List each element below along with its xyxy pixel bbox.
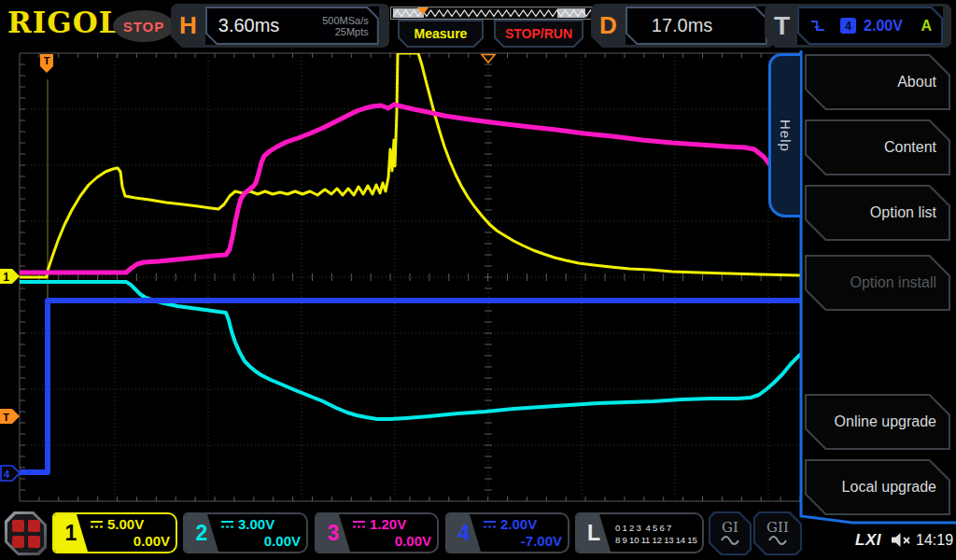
clock: 14:19 [916,532,953,549]
horizontal-label: H [171,11,205,40]
menu-item-label: Online upgrade [807,396,949,448]
measure-button[interactable]: Measure [398,20,484,48]
measure-button-label: Measure [400,21,482,46]
grid-icon [7,514,44,553]
tab-help-label: Help [778,119,794,152]
waveform-display: T 1 T 4 [0,51,805,509]
menu-item-label: Option list [807,187,949,239]
logic-tab[interactable]: L [577,514,611,552]
menu-item-option-install: Option install [805,255,950,311]
ch4-zero-label: 4 [4,469,10,480]
main-menu-button[interactable] [5,511,47,555]
menu-item-online-upgrade[interactable]: Online upgrade [805,394,950,450]
dc-coupling-icon [220,520,234,529]
channel-3-status[interactable]: 3 1.20V 0.00V [315,512,439,553]
delay-group[interactable]: D 17.0ms [591,4,774,48]
acquisition-info: 500MSa/s25Mpts [322,15,377,37]
memory-position-bar [390,7,599,20]
channel-3-scale: 1.20V [370,516,406,533]
logic-row-2: 8 9 10 11 12 13 14 15 [615,534,700,546]
delay-box[interactable]: 17.0ms [626,7,767,45]
dc-coupling-icon [483,520,497,529]
generator-1-button[interactable]: GI [709,511,752,555]
trace-ch3 [20,105,800,273]
channel-2-offset: 0.00V [220,533,301,550]
speaker-muted-icon [891,532,913,548]
channel-4-status[interactable]: 4 2.00V -7.00V [445,512,569,553]
menu-item-content[interactable]: Content [805,119,950,175]
dc-coupling-icon [90,520,104,529]
falling-edge-icon [808,18,827,35]
delay-label: D [591,11,626,40]
menu-item-label: About [807,56,949,108]
channel-2-status[interactable]: 2 3.00V 0.00V [183,512,308,553]
logic-channels-status[interactable]: L 0 1 2 3 4 5 6 7 8 9 10 11 12 13 14 15 [575,512,704,553]
dc-coupling-icon [352,520,366,529]
trigger-level-value: 2.00V [864,18,903,35]
rigol-logo: RIGOL [7,6,120,39]
graticule [20,53,800,501]
delay-position-marker[interactable] [482,55,495,63]
menu-item-about[interactable]: About [805,54,950,110]
trigger-position-label: T [44,55,50,66]
menu-item-label: Option install [807,257,949,309]
timebase-box[interactable]: 3.60ms 500MSa/s25Mpts [205,7,379,45]
delay-value: 17.0ms [627,15,713,36]
channel-1-scale: 5.00V [107,516,144,533]
trigger-label: T [765,11,797,41]
channel-1-tab[interactable]: 1 [54,514,88,552]
memory-depth: 25Mpts [335,26,369,37]
menu-item-label: Local upgrade [807,461,949,513]
stop-run-button-label: STOP/RUN [496,21,582,46]
trigger-box[interactable]: 4 2.00V A [797,7,943,45]
trigger-group[interactable]: T 4 2.00V A [765,4,951,48]
memory-trigger-marker-icon [417,7,429,15]
trigger-level-marker[interactable]: T [0,409,20,424]
channel-3-tab[interactable]: 3 [316,514,350,552]
run-state-badge: STOP [113,10,175,42]
sine-wave-icon [767,535,788,546]
channel-4-scale: 2.00V [500,516,537,533]
ch1-zero-label: 1 [3,271,9,284]
sine-wave-icon [720,535,740,546]
sample-rate: 500MSa/s [322,15,369,26]
generator-1-label: GI [722,521,738,535]
trigger-level-label: T [3,412,9,423]
channel-1-status[interactable]: 1 5.00V 0.00V [52,512,177,553]
channel-3-offset: 0.00V [352,533,431,550]
channel-4-tab[interactable]: 4 [447,514,481,552]
logic-row-1: 0 1 2 3 4 5 6 7 [615,522,700,534]
channel-2-tab[interactable]: 2 [185,514,218,552]
channel-4-offset: -7.00V [483,533,562,550]
trigger-position-marker[interactable]: T [40,54,53,73]
tab-help[interactable]: Help [768,53,800,217]
trigger-sweep-mode: A [921,18,933,35]
menu-item-label: Content [807,121,949,174]
generator-2-label: GII [766,521,789,535]
trace-ch4 [20,301,800,472]
channel-1-offset: 0.00V [90,533,170,550]
trace-ch1 [20,53,800,277]
ch4-zero-marker[interactable]: 4 [1,466,20,481]
menu-item-local-upgrade[interactable]: Local upgrade [805,459,950,515]
stop-run-button[interactable]: STOP/RUN [494,20,583,48]
trigger-source-badge: 4 [840,18,856,34]
menu-item-option-list[interactable]: Option list [805,185,950,241]
run-state-label: STOP [123,19,165,35]
generator-2-button[interactable]: GII [753,511,802,555]
ch1-zero-marker[interactable]: 1 [0,269,20,284]
horizontal-group[interactable]: H 3.60ms 500MSa/s25Mpts [171,4,389,48]
channel-2-scale: 3.00V [238,516,274,533]
timebase-value: 3.60ms [207,15,280,36]
waveform-traces [20,53,800,472]
oscilloscope-screen: RIGOL STOP H 3.60ms 500MSa/s25Mpts Measu… [0,0,956,560]
lxi-indicator: LXI [855,531,881,550]
